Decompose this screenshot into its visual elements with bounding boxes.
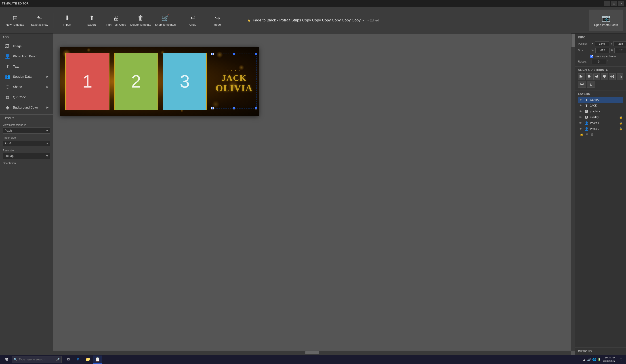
rotate-input[interactable] — [591, 59, 606, 64]
svg-rect-7 — [589, 75, 589, 78]
layer-eye-photo1[interactable]: 👁 — [579, 121, 583, 125]
layer-item-overlay[interactable]: 👁 🖼 overlay 🔒 — [578, 114, 623, 120]
handle-tc[interactable] — [233, 53, 235, 55]
h-input[interactable] — [614, 48, 626, 53]
y-input[interactable] — [614, 41, 626, 46]
sidebar-item-photo-from-booth[interactable]: 👤 Photo from Booth — [1, 51, 52, 61]
search-icon: 🔍 — [14, 358, 17, 361]
align-right-button[interactable] — [593, 73, 600, 80]
date-display: 20/07/2017 — [603, 360, 615, 363]
canvas-area[interactable]: 1 2 3 JACK OLIVIA — [53, 34, 575, 355]
handle-bl[interactable] — [211, 107, 214, 109]
olivia-text[interactable]: OLIVIA — [216, 83, 253, 94]
search-input[interactable] — [19, 358, 54, 361]
align-bottom-button[interactable] — [617, 73, 624, 80]
taskbar: ⊞ 🔍 🎤 ⧉ e 📁 📋 ▲ 🔊 🌐 🔋 10:34 AM 20/07/201… — [0, 355, 626, 364]
import-button[interactable]: ⬇ Import — [55, 9, 79, 32]
position-label: Position: — [578, 42, 590, 45]
align-middle-button[interactable] — [609, 73, 616, 80]
layer-eye-graphics[interactable]: 👁 — [579, 110, 583, 113]
maximize-button[interactable]: □ — [611, 1, 617, 6]
layer-type-photo1: 👤 — [584, 121, 589, 125]
sidebar-item-shape[interactable]: ⬡ Shape ▶ — [1, 82, 52, 92]
x-label: X — [591, 42, 593, 45]
handle-tl[interactable] — [211, 53, 214, 55]
sidebar-item-session-data[interactable]: 👥 Session Data ▶ — [1, 72, 52, 81]
export-button[interactable]: ⬆ Export — [79, 9, 104, 32]
taskbar-time[interactable]: 10:34 AM 20/07/2017 — [603, 356, 615, 363]
v-scroll-thumb[interactable] — [572, 34, 575, 47]
dropdown-chevron[interactable]: ▾ — [362, 19, 364, 22]
photo-slot-1[interactable]: 1 — [65, 53, 110, 110]
vertical-scrollbar[interactable] — [571, 34, 575, 351]
w-input[interactable] — [595, 48, 610, 53]
text-overlay[interactable]: JACK OLIVIA — [212, 54, 256, 109]
svg-rect-13 — [604, 75, 605, 78]
sidebar-item-qr-code[interactable]: ▦ QR Code — [1, 92, 52, 102]
photo-slot-2[interactable]: 2 — [114, 53, 158, 110]
delete-template-button[interactable]: 🗑 Delete Template — [128, 9, 153, 32]
close-button[interactable]: ✕ — [618, 1, 624, 6]
layer-item-photo1[interactable]: 👁 👤 Photo 1 🔒 — [578, 120, 623, 126]
active-app-button[interactable]: 📋 — [93, 356, 102, 364]
sidebar-item-image[interactable]: 🖼 Image — [1, 41, 52, 51]
start-button[interactable]: ⊞ — [2, 356, 11, 363]
resolution-select[interactable]: 300 dpi 150 dpi 72 dpi — [3, 153, 50, 159]
file-explorer-button[interactable]: 📁 — [83, 356, 92, 364]
sidebar-item-text[interactable]: T Text — [1, 62, 52, 71]
paper-size-select[interactable]: 2 x 6 4 x 6 5 x 7 — [3, 140, 50, 146]
layer-item-olivia[interactable]: 👁 T OLIVIA — [578, 97, 623, 103]
horizontal-scrollbar[interactable] — [53, 351, 571, 355]
undo-button[interactable]: ↩ Undo — [181, 9, 205, 32]
save-as-new-button[interactable]: ⬑ Save as New — [27, 9, 52, 32]
export-icon: ⬆ — [89, 14, 94, 22]
sidebar-item-background-color[interactable]: ◆ Background Color ▶ — [1, 103, 52, 112]
layer-item-graphics[interactable]: 👁 🖼 graphics — [578, 109, 623, 114]
tray-icon-network[interactable]: 🌐 — [592, 358, 596, 361]
handle-bc[interactable] — [233, 107, 235, 109]
distribute-h-button[interactable] — [578, 81, 586, 88]
print-test-button[interactable]: 🖨 Print Test Copy — [104, 9, 128, 32]
redo-button[interactable]: ↪ Redo — [205, 9, 230, 32]
open-photo-booth-button[interactable]: 📷 Open Photo Booth — [589, 10, 623, 31]
svg-rect-24 — [581, 83, 581, 85]
layer-copy-btn[interactable]: ⧉ — [585, 132, 589, 137]
layer-delete-btn[interactable]: 🗑 — [590, 132, 594, 137]
svg-rect-12 — [603, 75, 604, 77]
jack-text[interactable]: JACK — [222, 69, 246, 83]
layer-item-jack[interactable]: 👁 T JACK — [578, 103, 623, 109]
title-bar: TEMPLATE EDITOR — □ ✕ — [0, 0, 626, 7]
new-template-button[interactable]: ⊞ New Template — [3, 9, 27, 32]
layer-eye-photo2[interactable]: 👁 — [579, 127, 583, 131]
edge-browser-button[interactable]: e — [73, 356, 83, 364]
aspect-ratio-row: Keep aspect ratio — [578, 55, 623, 58]
layer-item-photo2[interactable]: 👁 👤 Photo 2 🔒 — [578, 126, 623, 132]
layer-eye-jack[interactable]: 👁 — [579, 104, 583, 108]
align-left-button[interactable] — [578, 73, 585, 80]
taskbar-search[interactable]: 🔍 🎤 — [12, 356, 62, 363]
photo-slot-3[interactable]: 3 — [163, 53, 207, 110]
tray-icon-sound[interactable]: 🔊 — [587, 358, 591, 361]
task-view-button[interactable]: ⧉ — [63, 356, 73, 364]
keep-aspect-checkbox[interactable] — [590, 55, 593, 58]
handle-tr[interactable] — [255, 53, 257, 55]
align-center-h-button[interactable] — [586, 73, 593, 80]
image-icon: 🖼 — [4, 43, 10, 49]
template-canvas[interactable]: 1 2 3 JACK OLIVIA — [60, 47, 259, 116]
sidebar: ADD 🖼 Image 👤 Photo from Booth T Text 👥 … — [0, 34, 53, 355]
x-input[interactable] — [595, 41, 609, 46]
layer-eye-olivia[interactable]: 👁 — [579, 98, 583, 102]
layout-section: LAYOUT — [0, 114, 53, 123]
h-scroll-thumb[interactable] — [305, 351, 319, 354]
minimize-button[interactable]: — — [604, 1, 610, 6]
shop-templates-button[interactable]: 🛒 Shop Templates — [153, 9, 178, 32]
notification-button[interactable]: 🗨 — [617, 356, 624, 363]
align-top-button[interactable] — [601, 73, 608, 80]
distribute-v-button[interactable] — [587, 81, 595, 88]
view-dimensions-select[interactable]: Pixels Inches Centimeters — [3, 128, 50, 134]
session-data-arrow: ▶ — [46, 75, 48, 78]
layer-eye-overlay[interactable]: 👁 — [579, 115, 583, 119]
paper-size-field: Paper Size 2 x 6 4 x 6 5 x 7 — [0, 135, 53, 148]
handle-br[interactable] — [255, 107, 257, 109]
layer-lock-btn[interactable]: 🔒 — [579, 132, 584, 137]
